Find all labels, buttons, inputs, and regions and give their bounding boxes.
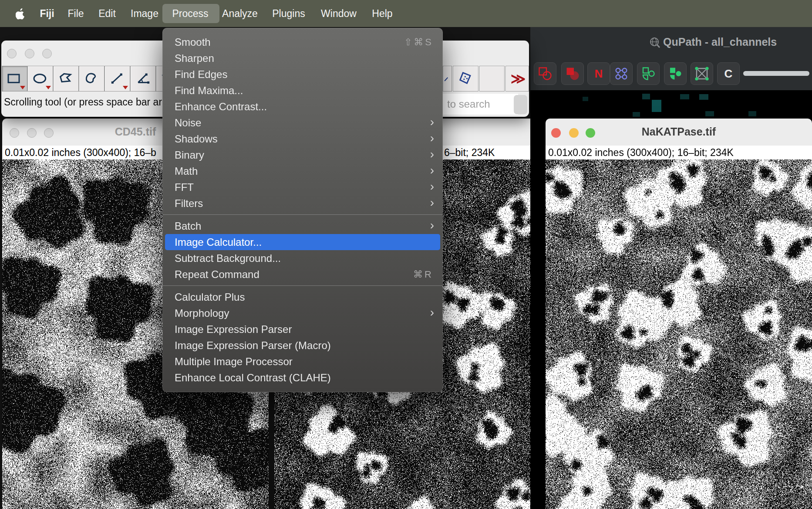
menu-item-shadows[interactable]: Shadows› xyxy=(162,131,443,147)
cluster-circles-purple-icon xyxy=(613,66,629,81)
menu-item-label: Smooth xyxy=(175,36,211,48)
menu-item-filters[interactable]: Filters› xyxy=(162,195,443,211)
angle-tool-button[interactable] xyxy=(130,66,156,92)
apple-logo-icon[interactable] xyxy=(16,8,25,20)
freehand-tool-button[interactable] xyxy=(79,66,104,92)
menu-bar-item-file[interactable]: File xyxy=(67,0,84,27)
menu-bar-item-fiji[interactable]: Fiji xyxy=(40,0,54,27)
image-info-text: 6–bit; 234K xyxy=(444,147,495,159)
submenu-chevron-icon: › xyxy=(430,180,434,193)
blank-tool-icon xyxy=(483,70,501,88)
menu-item-label: Enhance Contrast... xyxy=(175,101,267,113)
viewer-tile-mark xyxy=(633,112,640,117)
minimize-button[interactable] xyxy=(25,49,34,58)
cluster-circles-purple-button[interactable] xyxy=(610,62,633,85)
zoom-button[interactable] xyxy=(42,49,52,58)
menu-item-subtract-background[interactable]: Subtract Background... xyxy=(162,250,443,266)
submenu-chevron-icon: › xyxy=(430,163,434,177)
tool-dropdown-triangle-icon xyxy=(20,86,25,89)
menu-item-image-expression-parser-macro[interactable]: Image Expression Parser (Macro) xyxy=(162,337,443,353)
nakatpase-window: NaKATPase.tif 0.01x0.02 inches (300x400)… xyxy=(546,119,812,509)
annotation-shapes-outline-red-button[interactable] xyxy=(534,62,556,85)
menu-item-label: Find Maxima... xyxy=(175,85,243,97)
wand-partial-tool-button[interactable] xyxy=(443,66,452,92)
oval-tool-button[interactable] xyxy=(27,66,53,92)
spatial-graph-tool-button[interactable] xyxy=(691,62,713,85)
rectangle-tool-button[interactable] xyxy=(2,66,27,92)
close-button[interactable] xyxy=(7,49,17,58)
search-corner-button[interactable] xyxy=(514,95,527,114)
menu-item-label: Image Calculator... xyxy=(175,236,262,248)
menu-item-calculator-plus[interactable]: Calculator Plus xyxy=(162,289,443,305)
menu-item-find-edges[interactable]: Find Edges xyxy=(162,66,443,82)
detection-shapes-filled-green-icon xyxy=(667,66,683,81)
detection-shapes-outline-green-icon xyxy=(640,66,656,81)
menu-item-sharpen[interactable]: Sharpen xyxy=(162,50,443,66)
menu-bar-item-window[interactable]: Window xyxy=(321,0,357,27)
submenu-chevron-icon: › xyxy=(430,147,434,161)
annotation-shapes-outline-red-icon xyxy=(537,66,553,81)
menu-item-repeat-command[interactable]: Repeat Command⌘R xyxy=(162,266,443,282)
spatial-graph-tool-icon xyxy=(694,66,710,81)
rectangle-tool-icon xyxy=(6,70,24,88)
overflow-tool-button[interactable]: ≫ xyxy=(505,66,529,92)
blank-tool-button[interactable] xyxy=(479,66,505,92)
menu-item-enhance-local-contrast-clahe[interactable]: Enhance Local Contrast (CLAHE) xyxy=(162,370,443,386)
detection-shapes-filled-green-button[interactable] xyxy=(664,62,687,85)
menu-item-label: Binary xyxy=(175,149,204,161)
nakatpase-titlebar[interactable]: NaKATPase.tif xyxy=(546,119,812,146)
letter-c-tool-button[interactable]: C xyxy=(717,62,740,85)
menu-item-label: Multiple Image Processor xyxy=(175,356,293,368)
menu-item-shortcut: ⌘R xyxy=(413,269,433,280)
fiji-status-text: Scrolling tool (or press space bar ar xyxy=(4,96,162,108)
menu-item-batch[interactable]: Batch› xyxy=(162,218,443,234)
menu-item-enhance-contrast[interactable]: Enhance Contrast... xyxy=(162,98,443,115)
freehand-tool-icon xyxy=(83,70,101,88)
menu-item-multiple-image-processor[interactable]: Multiple Image Processor xyxy=(162,353,443,370)
line-tool-button[interactable] xyxy=(104,66,130,92)
menu-bar-item-analyze[interactable]: Analyze xyxy=(222,0,258,27)
macos-menu-bar: FijiFileEditImageProcessAnalyzePluginsWi… xyxy=(0,0,812,27)
qupath-opacity-slider[interactable] xyxy=(743,71,809,76)
menu-item-label: Noise xyxy=(175,117,201,129)
annotation-shapes-filled-red-button[interactable] xyxy=(561,62,584,85)
menu-item-find-maxima[interactable]: Find Maxima... xyxy=(162,82,443,98)
search-input[interactable] xyxy=(442,94,518,115)
menu-bar-item-plugins[interactable]: Plugins xyxy=(272,0,305,27)
nakatpase-image-canvas[interactable] xyxy=(546,159,812,509)
menu-item-image-expression-parser[interactable]: Image Expression Parser xyxy=(162,321,443,337)
menu-item-binary[interactable]: Binary› xyxy=(162,147,443,163)
menu-bar-item-help[interactable]: Help xyxy=(372,0,392,27)
menu-item-label: FFT xyxy=(175,181,194,193)
more-tools-icon: ≫ xyxy=(511,71,524,86)
bucket-tool-button[interactable] xyxy=(453,66,478,92)
letter-n-tool-button[interactable]: N xyxy=(587,62,610,85)
menu-item-label: Find Edges xyxy=(175,68,227,81)
menu-item-image-calculator[interactable]: Image Calculator... xyxy=(165,234,440,250)
detection-shapes-outline-green-button[interactable] xyxy=(637,62,660,85)
menu-separator xyxy=(162,214,443,215)
menu-item-label: Shadows xyxy=(175,133,218,145)
menu-item-smooth[interactable]: Smooth⇧⌘S xyxy=(162,34,443,50)
menu-separator xyxy=(162,285,443,286)
letter-c-tool-icon: C xyxy=(724,67,733,81)
bucket-tool-icon xyxy=(457,70,475,88)
menu-item-noise[interactable]: Noise› xyxy=(162,115,443,131)
menu-item-label: Sharpen xyxy=(175,52,214,64)
menu-bar-item-image[interactable]: Image xyxy=(131,0,158,27)
qupath-header: QuPath - all_channels NC xyxy=(530,27,812,90)
submenu-chevron-icon: › xyxy=(430,131,434,145)
menu-item-label: Image Expression Parser (Macro) xyxy=(175,339,331,352)
menu-item-label: Math xyxy=(175,165,198,177)
menu-item-shortcut: ⇧⌘S xyxy=(404,37,433,48)
menu-bar-item-edit[interactable]: Edit xyxy=(98,0,116,27)
menu-item-math[interactable]: Math› xyxy=(162,163,443,179)
submenu-chevron-icon: › xyxy=(430,196,434,210)
viewer-tile-mark xyxy=(699,94,708,100)
menu-item-fft[interactable]: FFT› xyxy=(162,179,443,195)
image-info-text: 0.01x0.02 inches (300x400); 16–b xyxy=(5,147,156,159)
polygon-tool-button[interactable] xyxy=(53,66,79,92)
menu-item-morphology[interactable]: Morphology› xyxy=(162,305,443,321)
tool-dropdown-triangle-icon xyxy=(123,86,128,89)
menu-bar-item-process[interactable]: Process xyxy=(172,0,208,27)
